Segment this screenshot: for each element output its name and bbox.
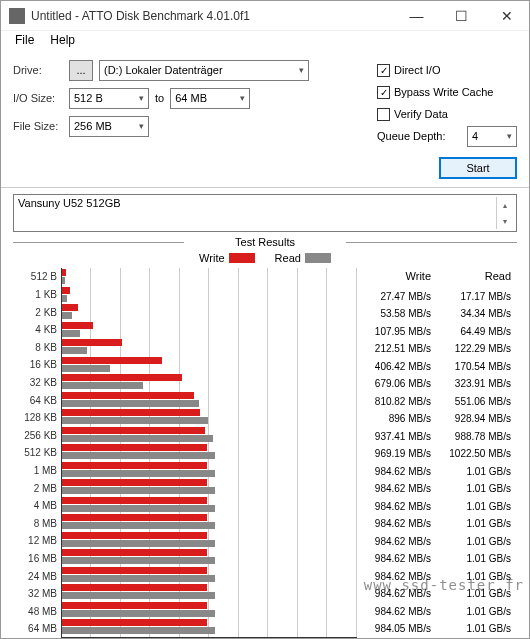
io-to-label: to — [155, 92, 164, 104]
menu-file[interactable]: File — [7, 31, 42, 51]
chevron-down-icon: ▾ — [240, 93, 245, 103]
minimize-button[interactable]: — — [394, 1, 439, 31]
titlebar: Untitled - ATTO Disk Benchmark 4.01.0f1 … — [1, 1, 529, 31]
maximize-button[interactable]: ☐ — [439, 1, 484, 31]
results-header: Test Results — [13, 234, 517, 250]
chevron-down-icon: ▾ — [507, 131, 512, 141]
start-button[interactable]: Start — [439, 157, 517, 179]
drive-select[interactable]: (D:) Lokaler Datenträger ▾ — [99, 60, 309, 81]
direct-io-checkbox[interactable]: ✓Direct I/O — [377, 59, 517, 81]
read-column: Read17.17 MB/s34.34 MB/s64.49 MB/s122.29… — [437, 268, 517, 638]
io-to-select[interactable]: 64 MB▾ — [170, 88, 250, 109]
y-axis-labels: 512 B1 KB2 KB4 KB8 KB16 KB32 KB64 KB128 … — [13, 268, 61, 638]
io-from-select[interactable]: 512 B▾ — [69, 88, 149, 109]
device-name: Vansuny U52 512GB — [18, 197, 496, 229]
file-size-select[interactable]: 256 MB▾ — [69, 116, 149, 137]
chevron-down-icon: ▾ — [299, 65, 304, 75]
legend: Write Read — [13, 250, 517, 268]
device-textarea[interactable]: Vansuny U52 512GB ▴ ▾ — [13, 194, 517, 232]
read-swatch-icon — [305, 253, 331, 263]
file-size-label: File Size: — [13, 120, 69, 132]
window-title: Untitled - ATTO Disk Benchmark 4.01.0f1 — [31, 9, 394, 23]
io-size-label: I/O Size: — [13, 92, 69, 104]
write-column: Write27.47 MB/s53.58 MB/s107.95 MB/s212.… — [357, 268, 437, 638]
drive-value: (D:) Lokaler Datenträger — [104, 64, 223, 76]
drive-label: Drive: — [13, 64, 69, 76]
chart-bars — [61, 268, 357, 638]
menu-help[interactable]: Help — [42, 31, 83, 51]
chevron-down-icon: ▾ — [139, 121, 144, 131]
scroll-up-icon[interactable]: ▴ — [496, 197, 512, 213]
scroll-down-icon[interactable]: ▾ — [496, 213, 512, 229]
drive-browse-button[interactable]: ... — [69, 60, 93, 81]
queue-depth-select[interactable]: 4▾ — [467, 126, 517, 147]
bypass-checkbox[interactable]: ✓Bypass Write Cache — [377, 81, 517, 103]
menubar: File Help — [1, 31, 529, 51]
close-button[interactable]: ✕ — [484, 1, 529, 31]
app-icon — [9, 8, 25, 24]
queue-depth-label: Queue Depth: — [377, 130, 467, 142]
write-swatch-icon — [229, 253, 255, 263]
chevron-down-icon: ▾ — [139, 93, 144, 103]
verify-checkbox[interactable]: Verify Data — [377, 103, 517, 125]
